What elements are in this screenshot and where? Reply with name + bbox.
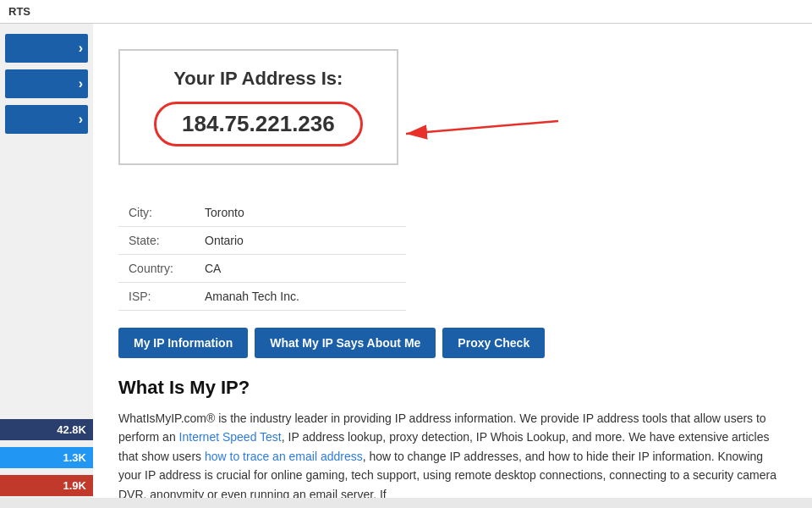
ip-info-label: Country: (118, 255, 195, 283)
svg-line-1 (406, 121, 558, 134)
ip-info-value: Ontario (195, 227, 406, 255)
ip-info-label: ISP: (118, 283, 195, 311)
sidebar-btn-1[interactable]: › (5, 34, 88, 63)
ip-box: Your IP Address Is: 184.75.221.236 (118, 49, 398, 165)
stat-3: 1.9K (0, 475, 93, 496)
sidebar: › › › 42.8K 1.3K 1.9K (0, 24, 93, 498)
title-bar: RTS (0, 0, 812, 24)
arrow-graphic (398, 113, 567, 155)
my-ip-info-button[interactable]: My IP Information (118, 328, 248, 358)
ip-info-row: ISP:Amanah Tech Inc. (118, 283, 406, 311)
proxy-check-button[interactable]: Proxy Check (442, 328, 545, 358)
ip-info-value: Toronto (195, 199, 406, 227)
ip-info-row: Country:CA (118, 255, 406, 283)
main-content: Your IP Address Is: 184.75.221.236 City:… (93, 24, 812, 498)
what-my-ip-button[interactable]: What My IP Says About Me (255, 328, 436, 358)
ip-info-table: City:TorontoState:OntarioCountry:CAISP:A… (118, 199, 406, 311)
description-text: WhatIsMyIP.com® is the industry leader i… (118, 409, 787, 498)
ip-address-text: 184.75.221.236 (182, 111, 335, 136)
ip-box-title: Your IP Address Is: (154, 68, 363, 90)
section-title: What Is My IP? (118, 377, 787, 399)
ip-info-value: CA (195, 255, 406, 283)
ip-info-label: State: (118, 227, 195, 255)
ip-info-row: State:Ontario (118, 227, 406, 255)
button-row: My IP Information What My IP Says About … (118, 328, 787, 358)
stat-2: 1.3K (0, 447, 93, 468)
ip-info-label: City: (118, 199, 195, 227)
ip-info-row: City:Toronto (118, 199, 406, 227)
stat-1: 42.8K (0, 419, 93, 440)
sidebar-btn-2[interactable]: › (5, 69, 88, 98)
internet-speed-test-link[interactable]: Internet Speed Test (179, 430, 282, 444)
email-trace-link[interactable]: how to trace an email address (205, 450, 363, 463)
ip-info-value: Amanah Tech Inc. (195, 283, 406, 311)
sidebar-btn-3[interactable]: › (5, 105, 88, 134)
ip-address-display: 184.75.221.236 (154, 102, 363, 146)
title-text: RTS (8, 5, 30, 18)
